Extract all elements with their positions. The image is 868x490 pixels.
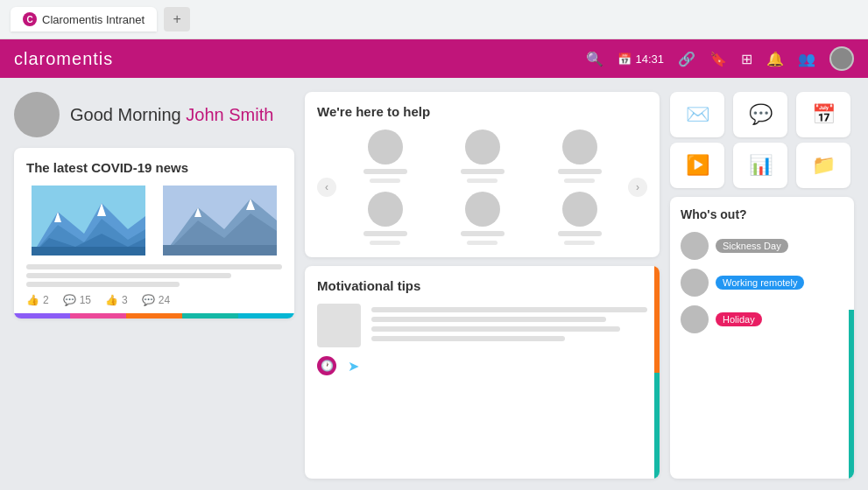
main-content: Good Morning John Smith The latest COVID… bbox=[0, 78, 868, 490]
help-card: We're here to help ‹ bbox=[305, 92, 660, 257]
news-title: The latest COVID-19 news bbox=[26, 160, 282, 175]
bell-icon[interactable]: 🔔 bbox=[766, 51, 784, 67]
mot-line bbox=[371, 317, 606, 322]
person-avatar bbox=[465, 130, 500, 164]
search-icon[interactable]: 🔍 bbox=[586, 51, 603, 67]
comment-count-1: 💬 15 bbox=[63, 294, 91, 306]
news-card: The latest COVID-19 news bbox=[14, 148, 294, 318]
greeting-label: Good Morning bbox=[70, 105, 181, 124]
news-images bbox=[26, 186, 282, 256]
app-files-button[interactable]: 📁 bbox=[796, 143, 850, 188]
people-icon[interactable]: 👥 bbox=[798, 51, 815, 67]
news-image-2[interactable] bbox=[158, 186, 282, 256]
motivational-content bbox=[317, 304, 647, 347]
calendar-icon: 📅 bbox=[617, 52, 632, 66]
news-line bbox=[26, 273, 231, 278]
whos-out-card: Who's out? Sickness Day Working remotely… bbox=[670, 197, 854, 479]
help-card-title: We're here to help bbox=[317, 104, 647, 119]
out-person-2: Working remotely bbox=[681, 269, 843, 297]
news-line bbox=[26, 282, 180, 287]
greeting-name: John Smith bbox=[186, 105, 273, 124]
carousel-next-button[interactable]: › bbox=[628, 178, 647, 197]
person-item[interactable] bbox=[363, 192, 407, 245]
person-avatar bbox=[368, 130, 403, 164]
clock-icon[interactable]: 🕐 bbox=[317, 356, 336, 375]
mot-line bbox=[371, 307, 647, 312]
like-count-1: 👍 2 bbox=[26, 294, 49, 306]
person-item[interactable] bbox=[363, 130, 407, 183]
person-name-line bbox=[558, 231, 602, 236]
link-icon[interactable]: 🔗 bbox=[678, 51, 695, 67]
news-footer: 👍 2 💬 15 👍 3 💬 24 bbox=[26, 294, 282, 306]
person-name-line bbox=[558, 169, 602, 174]
app-calendar-button[interactable]: 📅 bbox=[796, 92, 850, 137]
person-role-line bbox=[370, 241, 400, 245]
new-tab-button[interactable]: + bbox=[164, 7, 190, 32]
person-avatar bbox=[368, 192, 403, 227]
out-person-avatar-3 bbox=[681, 305, 709, 333]
person-avatar bbox=[562, 130, 597, 164]
nav-time: 📅 14:31 bbox=[617, 52, 664, 66]
like-icon-2: 👍 bbox=[105, 294, 118, 306]
news-text-lines bbox=[26, 264, 282, 287]
apps-grid: ✉️ 💬 📅 ▶️ 📊 📁 bbox=[670, 92, 854, 188]
nav-logo: claromentis bbox=[14, 49, 575, 69]
app-email-button[interactable]: ✉️ bbox=[670, 92, 724, 137]
mot-line bbox=[371, 326, 620, 332]
person-role-line bbox=[564, 178, 595, 183]
greeting-text: Good Morning John Smith bbox=[70, 105, 273, 125]
left-column: Good Morning John Smith The latest COVID… bbox=[14, 92, 294, 479]
motivational-action-icons: 🕐 ➤ bbox=[317, 356, 647, 375]
person-name-line bbox=[461, 231, 505, 236]
mot-line bbox=[371, 336, 565, 341]
app-charts-button[interactable]: 📊 bbox=[733, 143, 787, 188]
whos-out-color-strip bbox=[849, 310, 854, 479]
person-role-line bbox=[467, 241, 498, 245]
motivational-card: Motivational tips 🕐 ➤ bbox=[305, 266, 660, 479]
sickness-day-badge: Sickness Day bbox=[716, 239, 788, 253]
out-person-avatar-2 bbox=[681, 269, 709, 297]
middle-column: We're here to help ‹ bbox=[305, 92, 660, 479]
news-image-1[interactable] bbox=[26, 186, 151, 256]
motivational-thumbnail bbox=[317, 304, 361, 347]
motivational-card-title: Motivational tips bbox=[317, 278, 647, 293]
person-name-line bbox=[363, 231, 407, 236]
send-icon[interactable]: ➤ bbox=[343, 356, 363, 375]
bookmark-icon[interactable]: 🔖 bbox=[709, 51, 727, 67]
grid-icon[interactable]: ⊞ bbox=[741, 51, 752, 67]
top-navigation: claromentis 🔍 📅 14:31 🔗 🔖 ⊞ 🔔 👥 bbox=[0, 39, 868, 78]
out-person-avatar-1 bbox=[681, 232, 709, 260]
news-color-strip bbox=[14, 313, 294, 318]
person-item[interactable] bbox=[558, 192, 602, 245]
people-row-2 bbox=[345, 192, 619, 245]
browser-chrome: C Claromentis Intranet + bbox=[0, 0, 868, 39]
app-video-button[interactable]: ▶️ bbox=[670, 143, 724, 188]
comment-count-2: 💬 24 bbox=[142, 294, 170, 306]
out-person-3: Holiday bbox=[681, 305, 843, 333]
like-count-2: 👍 3 bbox=[105, 294, 128, 306]
holiday-badge: Holiday bbox=[716, 312, 762, 326]
person-role-line bbox=[564, 241, 595, 245]
tab-favicon: C bbox=[23, 12, 37, 26]
person-item[interactable] bbox=[461, 130, 505, 183]
svg-marker-4 bbox=[32, 247, 145, 256]
comment-icon-2: 💬 bbox=[142, 294, 155, 306]
person-avatar bbox=[465, 192, 500, 227]
app-chat-button[interactable]: 💬 bbox=[733, 92, 787, 137]
news-line bbox=[26, 264, 282, 270]
carousel-prev-button[interactable]: ‹ bbox=[317, 178, 336, 197]
out-person-1: Sickness Day bbox=[681, 232, 843, 260]
comment-icon: 💬 bbox=[63, 294, 76, 306]
browser-tab[interactable]: C Claromentis Intranet bbox=[11, 7, 157, 32]
user-greeting-avatar bbox=[14, 92, 60, 137]
user-avatar[interactable] bbox=[829, 46, 854, 71]
person-item[interactable] bbox=[461, 192, 505, 245]
person-avatar bbox=[562, 192, 597, 227]
motivational-text-lines bbox=[371, 304, 647, 347]
right-column: ✉️ 💬 📅 ▶️ 📊 📁 Who's out? Sickness Day Wo… bbox=[670, 92, 854, 479]
working-remotely-badge: Working remotely bbox=[716, 276, 804, 290]
person-name-line bbox=[363, 169, 407, 174]
people-grid: ‹ bbox=[317, 130, 647, 245]
people-rows bbox=[345, 130, 619, 245]
person-item[interactable] bbox=[558, 130, 602, 183]
